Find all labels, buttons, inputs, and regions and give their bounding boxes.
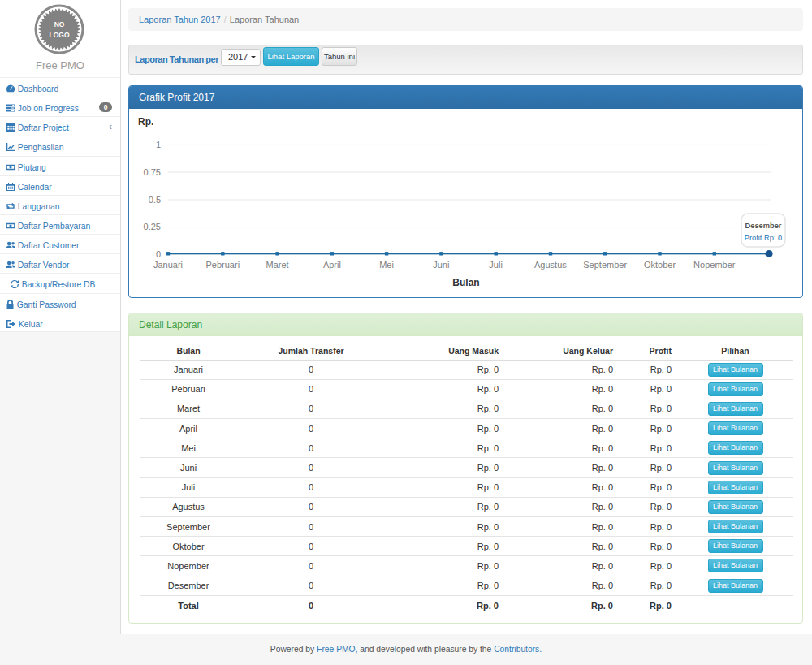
svg-text:NO: NO [54, 20, 65, 28]
svg-text:Oktober: Oktober [644, 260, 676, 270]
svg-text:Juni: Juni [433, 260, 449, 270]
svg-text:Nopember: Nopember [693, 260, 736, 270]
svg-text:Bulan: Bulan [452, 277, 479, 288]
svg-text:Mei: Mei [379, 260, 394, 270]
svg-text:0.5: 0.5 [149, 195, 161, 205]
svg-text:Rp.: Rp. [138, 116, 153, 127]
svg-text:Agustus: Agustus [534, 260, 567, 270]
svg-text:Maret: Maret [266, 260, 289, 270]
svg-text:0.75: 0.75 [144, 167, 161, 177]
svg-text:September: September [583, 260, 627, 270]
svg-text:Pebruari: Pebruari [206, 260, 240, 270]
svg-text:Juli: Juli [489, 260, 503, 270]
svg-text:0: 0 [156, 249, 161, 259]
svg-text:1: 1 [156, 140, 161, 149]
svg-text:Profit Rp: 0: Profit Rp: 0 [745, 234, 783, 242]
svg-text:Januari: Januari [153, 260, 183, 270]
svg-text:April: April [323, 260, 341, 270]
svg-text:0.25: 0.25 [144, 222, 161, 231]
svg-text:LOGO: LOGO [49, 31, 69, 39]
svg-text:Desember: Desember [745, 222, 782, 230]
